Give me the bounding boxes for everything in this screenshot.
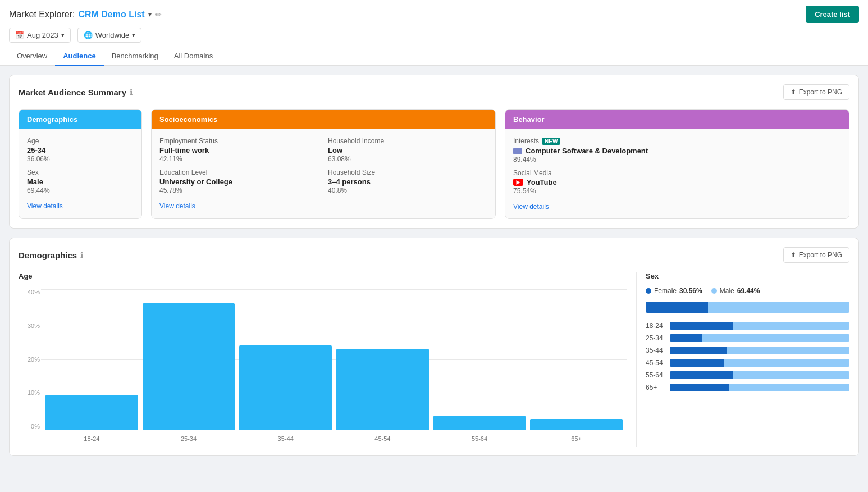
household-field: Household Size 3–4 persons 40.8% xyxy=(328,168,487,194)
socioeconomics-col: Socioeconomics Employment Status Full-ti… xyxy=(151,109,496,219)
behavior-header: Behavior xyxy=(505,110,849,129)
bar-45-54 xyxy=(336,289,429,430)
bar-18-24 xyxy=(45,289,138,430)
female-dot xyxy=(646,288,651,294)
age-sex-row-18-24: 18-24 xyxy=(646,322,849,330)
chart-area: 40% 30% 20% 10% 0% xyxy=(19,289,627,447)
bar-chart-bars xyxy=(41,289,627,430)
sex-female-bar xyxy=(646,302,708,313)
summary-grid: Demographics Age 25-34 36.06% Sex Male 6… xyxy=(19,109,849,219)
tab-audience[interactable]: Audience xyxy=(55,47,104,66)
x-label-45-54: 45-54 xyxy=(336,435,429,442)
tab-benchmarking[interactable]: Benchmarking xyxy=(104,47,166,66)
main-content: Market Audience Summary ℹ ⬆ Export to PN… xyxy=(0,66,868,465)
demographics-export-button[interactable]: ⬆ Export to PNG xyxy=(783,247,849,263)
social-media-field: Social Media YouTube 75.54% xyxy=(513,169,841,195)
title-prefix: Market Explorer: xyxy=(9,10,75,20)
list-name-link[interactable]: CRM Demo List xyxy=(78,10,144,20)
education-field: Education Level University or College 45… xyxy=(159,168,319,194)
y-label-0: 0% xyxy=(19,423,40,430)
bar-65plus xyxy=(530,289,623,430)
export-png-button[interactable]: ⬆ Export to PNG xyxy=(783,84,849,100)
tab-all-domains[interactable]: All Domains xyxy=(166,47,221,66)
income-field: Household Income Low 63.08% xyxy=(328,137,487,163)
age-sex-row-35-44: 35-44 xyxy=(646,347,849,354)
page-title: Market Explorer: CRM Demo List ▾ ✏ xyxy=(9,10,162,20)
date-filter-button[interactable]: 📅 Aug 2023 ▾ xyxy=(9,28,71,43)
sex-title: Sex xyxy=(646,272,849,280)
demographics-header: Demographics xyxy=(19,110,141,129)
audience-summary-card: Market Audience Summary ℹ ⬆ Export to PN… xyxy=(9,75,859,229)
socioeconomics-view-details[interactable]: View details xyxy=(159,202,487,210)
behavior-view-details[interactable]: View details xyxy=(513,203,841,211)
chevron-down-icon: ▾ xyxy=(61,31,65,39)
upload-icon: ⬆ xyxy=(791,88,796,96)
calendar-icon: 📅 xyxy=(15,31,24,39)
age-chart: Age 40% 30% 20% 10% xyxy=(19,272,627,447)
y-label-40: 40% xyxy=(19,289,40,295)
demographics-card: Demographics ℹ ⬆ Export to PNG Age xyxy=(9,238,859,456)
employment-field: Employment Status Full-time work 42.11% xyxy=(159,137,319,163)
x-label-35-44: 35-44 xyxy=(239,435,332,442)
bar-55-64 xyxy=(433,289,526,430)
demographics-info-icon[interactable]: ℹ xyxy=(80,250,83,259)
y-label-20: 20% xyxy=(19,357,40,363)
y-label-30: 30% xyxy=(19,323,40,329)
page-header: Market Explorer: CRM Demo List ▾ ✏ Creat… xyxy=(0,0,868,66)
x-axis-labels: 18-24 25-34 35-44 45-54 55-64 65+ xyxy=(41,431,627,447)
software-icon xyxy=(513,148,522,154)
sex-male-bar xyxy=(708,302,849,313)
age-sex-row-55-64: 55-64 xyxy=(646,371,849,379)
x-label-25-34: 25-34 xyxy=(143,435,235,442)
interests-field: Interests NEW Computer Software & Develo… xyxy=(513,137,841,163)
info-icon[interactable]: ℹ xyxy=(130,88,133,97)
age-field: Age 25-34 36.06% xyxy=(27,137,134,163)
age-sex-row-45-54: 45-54 xyxy=(646,359,849,367)
male-dot xyxy=(711,288,717,294)
geo-filter-button[interactable]: 🌐 Worldwide ▾ xyxy=(77,28,141,43)
chevron-down-icon: ▾ xyxy=(132,31,135,39)
audience-summary-title: Market Audience Summary xyxy=(19,88,126,97)
x-label-18-24: 18-24 xyxy=(45,435,138,442)
tab-overview[interactable]: Overview xyxy=(9,47,55,66)
sex-total-bar xyxy=(646,302,849,313)
y-label-10: 10% xyxy=(19,390,40,396)
demographics-section-title: Demographics xyxy=(19,250,77,260)
sex-legend: Female 30.56% Male 69.44% xyxy=(646,287,849,295)
x-label-55-64: 55-64 xyxy=(433,435,526,442)
chevron-down-icon[interactable]: ▾ xyxy=(148,11,152,19)
male-legend: Male 69.44% xyxy=(711,287,760,295)
globe-icon: 🌐 xyxy=(84,31,93,39)
create-list-button[interactable]: Create list xyxy=(806,6,859,23)
age-chart-title: Age xyxy=(19,272,627,280)
sex-field: Sex Male 69.44% xyxy=(27,168,134,194)
socioeconomics-header: Socioeconomics xyxy=(152,110,495,129)
age-sex-table: 18-24 25-34 35-44 xyxy=(646,322,849,391)
age-sex-row-65plus: 65+ xyxy=(646,384,849,391)
behavior-col: Behavior Interests NEW Computer Software… xyxy=(505,109,849,219)
demographics-col: Demographics Age 25-34 36.06% Sex Male 6… xyxy=(19,109,142,219)
upload-icon: ⬆ xyxy=(791,251,796,259)
bar-25-34 xyxy=(143,289,235,430)
age-sex-row-25-34: 25-34 xyxy=(646,334,849,342)
bar-35-44 xyxy=(239,289,332,430)
x-label-65plus: 65+ xyxy=(530,435,623,442)
sex-panel: Sex Female 30.56% Male 69.44% xyxy=(636,272,849,447)
female-legend: Female 30.56% xyxy=(646,287,702,295)
new-badge: NEW xyxy=(542,138,560,145)
nav-tabs: Overview Audience Benchmarking All Domai… xyxy=(9,47,859,65)
youtube-icon xyxy=(513,179,523,186)
edit-icon[interactable]: ✏ xyxy=(155,10,162,19)
demographics-view-details[interactable]: View details xyxy=(27,202,134,210)
